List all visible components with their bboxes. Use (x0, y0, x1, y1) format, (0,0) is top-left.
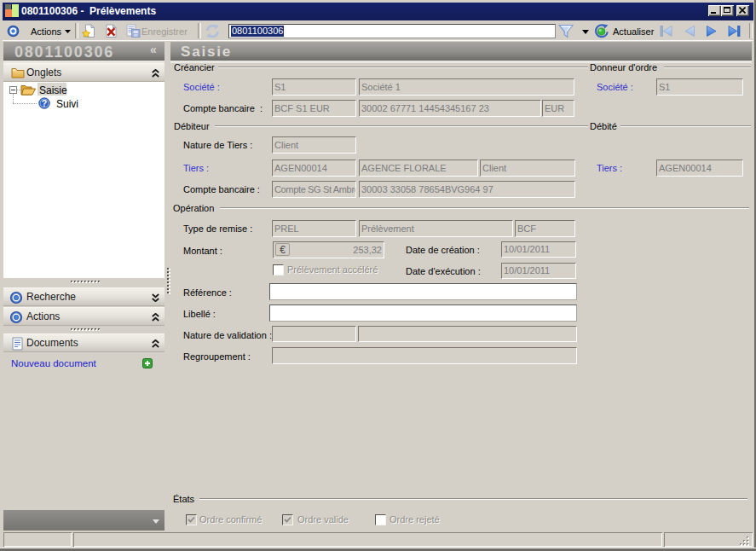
svg-text:?: ? (42, 98, 47, 108)
